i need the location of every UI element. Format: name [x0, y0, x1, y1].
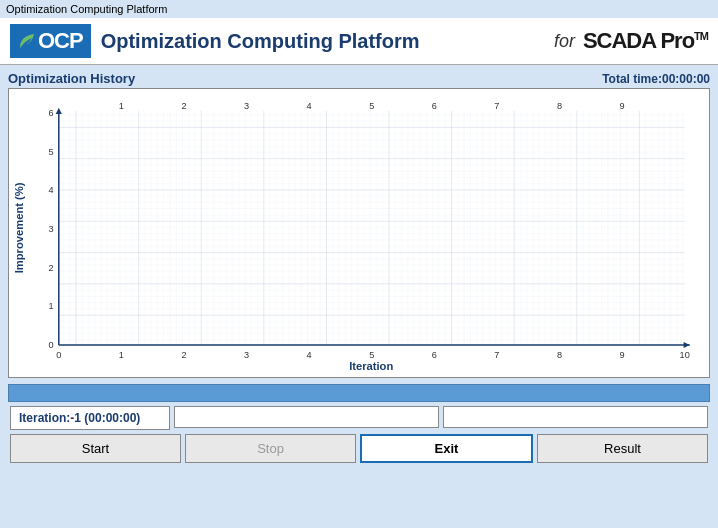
svg-text:1: 1 [49, 301, 54, 311]
progress-bar [8, 384, 710, 402]
svg-text:4: 4 [307, 350, 312, 360]
header-for-text: for [554, 31, 575, 52]
svg-text:Improvement (%): Improvement (%) [13, 182, 25, 273]
title-bar-text: Optimization Computing Platform [6, 3, 167, 15]
result-button[interactable]: Result [537, 434, 708, 463]
svg-text:6: 6 [49, 108, 54, 118]
svg-text:Iteration: Iteration [349, 360, 393, 372]
svg-text:5: 5 [369, 101, 374, 111]
exit-button[interactable]: Exit [360, 434, 533, 463]
total-time-value: 00:00:00 [662, 72, 710, 86]
svg-text:4: 4 [307, 101, 312, 111]
svg-text:8: 8 [557, 350, 562, 360]
svg-text:10: 10 [680, 350, 690, 360]
svg-text:6: 6 [432, 350, 437, 360]
svg-text:2: 2 [181, 101, 186, 111]
svg-text:0: 0 [56, 350, 61, 360]
svg-rect-2 [59, 111, 685, 345]
svg-text:2: 2 [49, 263, 54, 273]
header-pro-superscript: TM [694, 30, 708, 42]
optimization-history-label: Optimization History [8, 71, 135, 86]
start-button[interactable]: Start [10, 434, 181, 463]
total-time-label: Total time: [602, 72, 662, 86]
svg-text:3: 3 [49, 224, 54, 234]
svg-text:4: 4 [49, 185, 54, 195]
svg-text:9: 9 [620, 350, 625, 360]
bottom-section: Iteration:-1 (00:00:00) Start Stop Exit … [8, 384, 710, 463]
svg-text:5: 5 [49, 147, 54, 157]
svg-text:0: 0 [49, 340, 54, 350]
info-field-1 [174, 406, 439, 428]
svg-text:7: 7 [494, 350, 499, 360]
leaf-icon [18, 32, 36, 50]
header-title: Optimization Computing Platform [101, 30, 554, 53]
title-bar: Optimization Computing Platform [0, 0, 718, 18]
header: OCP Optimization Computing Platform for … [0, 18, 718, 65]
svg-text:1: 1 [119, 350, 124, 360]
svg-text:6: 6 [432, 101, 437, 111]
svg-text:3: 3 [244, 350, 249, 360]
ocp-logo-text: OCP [38, 28, 83, 54]
header-scada-text: SCADA ProTM [583, 28, 708, 54]
svg-text:1: 1 [119, 101, 124, 111]
main-content: Optimization History Total time:00:00:00 [0, 65, 718, 469]
stop-button[interactable]: Stop [185, 434, 356, 463]
optimization-chart: 0 1 2 3 4 5 6 7 8 9 10 1 2 3 4 5 6 7 8 9… [13, 93, 705, 373]
svg-text:2: 2 [181, 350, 186, 360]
info-field-2 [443, 406, 708, 428]
svg-text:8: 8 [557, 101, 562, 111]
logo-box: OCP [10, 24, 91, 58]
svg-marker-5 [684, 342, 690, 348]
button-row: Start Stop Exit Result [8, 434, 710, 463]
svg-text:5: 5 [369, 350, 374, 360]
total-time-display: Total time:00:00:00 [602, 72, 710, 86]
iteration-display: Iteration:-1 (00:00:00) [10, 406, 170, 430]
svg-text:9: 9 [620, 101, 625, 111]
chart-container: 0 1 2 3 4 5 6 7 8 9 10 1 2 3 4 5 6 7 8 9… [8, 88, 710, 378]
svg-text:3: 3 [244, 101, 249, 111]
svg-text:7: 7 [494, 101, 499, 111]
info-row: Iteration:-1 (00:00:00) [8, 406, 710, 430]
